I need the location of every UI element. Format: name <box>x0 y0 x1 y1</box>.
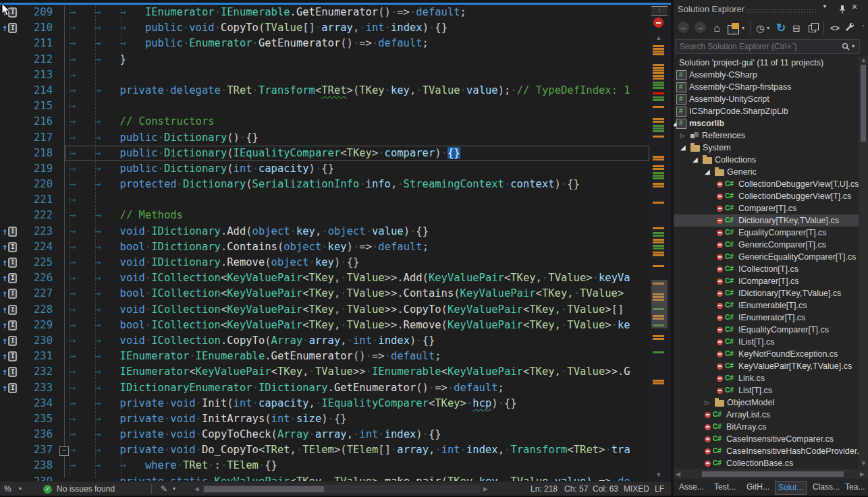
tree-file-CaseInsensitiveComparer.cs[interactable]: C#CaseInsensitiveComparer.cs <box>674 433 859 445</box>
code-line-224[interactable]: ↑I224→→bool·IDictionary.Contains(object·… <box>0 239 649 255</box>
code-line-226[interactable]: ↑I226→→void·ICollection<KeyValuePair<TKe… <box>0 270 649 286</box>
show-all-files-button[interactable] <box>807 22 819 35</box>
tree-file-CaseInsensitiveHashCodeProvider.cs[interactable]: C#CaseInsensitiveHashCodeProvider.cs <box>674 445 859 457</box>
code-line-238[interactable]: 238→→→where·TRet·:·TElem·{} <box>0 458 649 473</box>
pen-dropdown-icon[interactable]: ▾ <box>173 481 175 496</box>
tree-file-List[T].cs[interactable]: C#List[T].cs <box>674 384 859 397</box>
code-line-221[interactable]: 221→ <box>0 192 649 208</box>
code-line-210[interactable]: ↑I210→→→public·void·CopyTo(TValue[]·arra… <box>0 20 649 36</box>
implements-glyph-icon[interactable]: ↑I <box>2 239 17 255</box>
se-hscroll-thumb[interactable] <box>702 471 844 477</box>
code-line-209[interactable]: ↑I209→→→IEnumerator·IEnumerable.GetEnume… <box>0 5 649 20</box>
tree-item-Assembly-UnityScript[interactable]: Assembly-UnityScript <box>674 93 859 105</box>
status-column[interactable]: Col: 63 <box>593 481 618 496</box>
implements-glyph-icon[interactable]: ↑I <box>2 255 17 270</box>
tree-file-IComparer[T].cs[interactable]: C#IComparer[T].cs <box>674 275 859 287</box>
tree-file-ArrayList.cs[interactable]: C#ArrayList.cs <box>674 409 859 421</box>
panel-position-chevron-icon[interactable]: ▼ <box>822 3 828 9</box>
implements-glyph-icon[interactable]: ↑I <box>2 270 17 286</box>
code-line-217[interactable]: 217→→public·Dictionary()·{} <box>0 130 649 146</box>
implements-glyph-icon[interactable]: ↑I <box>2 224 17 239</box>
hscroll-left-arrow[interactable]: ◀ <box>194 481 199 496</box>
implements-glyph-icon[interactable]: ↑I <box>2 20 17 36</box>
code-line-236[interactable]: 236→→private·void·CopyToCheck(Array·arra… <box>0 427 649 442</box>
scroll-up-arrow[interactable]: ▲ <box>649 34 668 41</box>
solution-search-box[interactable]: ▾ <box>675 39 860 54</box>
tree-file-KeyNotFoundException.cs[interactable]: C#KeyNotFoundException.cs <box>674 348 859 360</box>
tree-file-CollectionDebuggerView[T].cs[interactable]: C#CollectionDebuggerView[T].cs <box>674 190 859 202</box>
editor-splitter-handle[interactable]: ↕ <box>651 6 668 16</box>
collapse-arrow-icon[interactable]: ◢ <box>680 142 690 154</box>
implements-glyph-icon[interactable]: ↑I <box>2 333 17 349</box>
pen-icon[interactable]: ✎ <box>161 481 167 496</box>
implements-glyph-icon[interactable]: ↑I <box>2 349 17 364</box>
tool-window-tab-Class[interactable]: Class... <box>810 481 842 494</box>
refresh-button[interactable]: ↻ <box>775 22 787 35</box>
tree-item-Generic[interactable]: ◢Generic <box>674 166 859 178</box>
document-health-error-icon[interactable] <box>653 18 663 28</box>
code-line-223[interactable]: ↑I223→→void·IDictionary.Add(object·key,·… <box>0 224 649 239</box>
properties-wrench-button[interactable] <box>844 22 855 35</box>
tree-file-Link.cs[interactable]: C#Link.cs <box>674 372 859 384</box>
code-line-229[interactable]: ↑I229→→bool·ICollection<KeyValuePair<TKe… <box>0 318 649 333</box>
sync-with-active-document-button[interactable]: ↓ <box>726 22 740 35</box>
code-lines[interactable]: ↑I209→→→IEnumerator·IEnumerable.GetEnume… <box>0 5 649 481</box>
tree-file-ICollection[T].cs[interactable]: C#ICollection[T].cs <box>674 263 859 275</box>
code-line-212[interactable]: 212→→} <box>0 52 649 67</box>
editor-scrollbar-thumb[interactable] <box>651 280 668 328</box>
code-line-222[interactable]: 222→→// Methods <box>0 208 649 223</box>
filter-dropdown-icon[interactable]: ▾ <box>767 22 769 35</box>
code-line-230[interactable]: ↑I230→→void·ICollection.CopyTo(Array·arr… <box>0 333 649 349</box>
solution-tree[interactable]: Solution 'project-gui' (11 of 11 project… <box>674 57 859 468</box>
implements-glyph-icon[interactable]: ↑I <box>2 380 17 396</box>
tree-file-BitArray.cs[interactable]: C#BitArray.cs <box>674 421 859 433</box>
code-line-213[interactable]: 213→ <box>0 67 649 83</box>
tree-file-EqualityComparer[T].cs[interactable]: C#EqualityComparer[T].cs <box>674 227 859 239</box>
back-button[interactable]: ← <box>678 22 689 33</box>
status-encoding[interactable]: MIXED <box>624 481 649 496</box>
tree-file-GenericComparer[T].cs[interactable]: C#GenericComparer[T].cs <box>674 239 859 251</box>
tree-item-ICSharpCode.SharpZipLib[interactable]: ICSharpCode.SharpZipLib <box>674 105 859 117</box>
tree-item-System[interactable]: ◢System <box>674 142 859 154</box>
se-vertical-scrollbar[interactable]: ▲ ▼ <box>859 57 868 468</box>
toolbar-overflow-icon[interactable]: ” <box>860 22 867 35</box>
tree-file-IEnumerator[T].cs[interactable]: C#IEnumerator[T].cs <box>674 312 859 324</box>
tree-item-Collections[interactable]: ◢Collections <box>674 154 859 166</box>
tree-file-Comparer[T].cs[interactable]: C#Comparer[T].cs <box>674 202 859 214</box>
tool-window-tab-Asse[interactable]: Asse... <box>676 481 707 494</box>
tree-file-IDictionary[TKey,TValue].cs[interactable]: C#IDictionary[TKey,TValue].cs <box>674 287 859 299</box>
code-line-218[interactable]: 218→→public·Dictionary(IEqualityComparer… <box>65 146 649 161</box>
tree-file-KeyValuePair[TKey,TValue].cs[interactable]: C#KeyValuePair[TKey,TValue].cs <box>674 360 859 372</box>
code-line-237[interactable]: −237→→private·void·Do_CopyTo<TRet,·TElem… <box>0 442 649 458</box>
editor-horizontal-scrollbar[interactable] <box>202 485 481 493</box>
implements-glyph-icon[interactable]: ↑I <box>2 364 17 380</box>
collapse-arrow-icon[interactable]: ◢ <box>693 154 703 166</box>
tree-file-IEqualityComparer[T].cs[interactable]: C#IEqualityComparer[T].cs <box>674 324 859 336</box>
home-button[interactable]: ⌂ <box>711 22 723 35</box>
implements-glyph-icon[interactable]: ↑I <box>2 302 17 318</box>
implements-glyph-icon[interactable]: ↑I <box>2 318 17 333</box>
code-line-216[interactable]: 216→→// Constructors <box>0 114 649 129</box>
status-line-ending[interactable]: LF <box>655 481 664 496</box>
collapse-arrow-icon[interactable]: ◢ <box>705 166 715 178</box>
close-icon[interactable]: × <box>852 1 857 12</box>
tree-item-Solution 'project-gui' (11 of 11 projects)[interactable]: Solution 'project-gui' (11 of 11 project… <box>674 57 859 69</box>
se-vscroll-thumb[interactable] <box>861 65 866 142</box>
code-line-211[interactable]: 211→→→public·Enumerator·GetEnumerator()·… <box>0 36 649 51</box>
zoom-control[interactable]: % <box>4 481 11 496</box>
status-line-number[interactable]: Ln: 218 <box>531 481 558 496</box>
code-line-228[interactable]: ↑I228→→void·ICollection<KeyValuePair<TKe… <box>0 302 649 318</box>
tree-item-mscorlib[interactable]: ◢mscorlib <box>674 117 859 129</box>
pin-icon[interactable] <box>838 5 846 14</box>
zoom-dropdown-icon[interactable]: ▾ <box>19 481 22 496</box>
search-icon[interactable] <box>842 42 850 51</box>
pending-changes-filter-button[interactable]: ◷ <box>755 22 765 35</box>
code-line-234[interactable]: 234→→private·void·Init(int·capacity,·IEq… <box>0 396 649 411</box>
status-character[interactable]: Ch: 57 <box>564 481 588 496</box>
tree-file-IEnumerable[T].cs[interactable]: C#IEnumerable[T].cs <box>674 299 859 312</box>
search-dropdown-icon[interactable]: ▾ <box>852 43 855 49</box>
se-hscroll-left-arrow[interactable]: ◀ <box>676 471 680 477</box>
tool-window-tab-Solut[interactable]: Solut... <box>775 481 807 495</box>
tool-window-tab-Test[interactable]: Test... <box>711 481 738 494</box>
implements-glyph-icon[interactable]: ↑I <box>2 286 17 301</box>
